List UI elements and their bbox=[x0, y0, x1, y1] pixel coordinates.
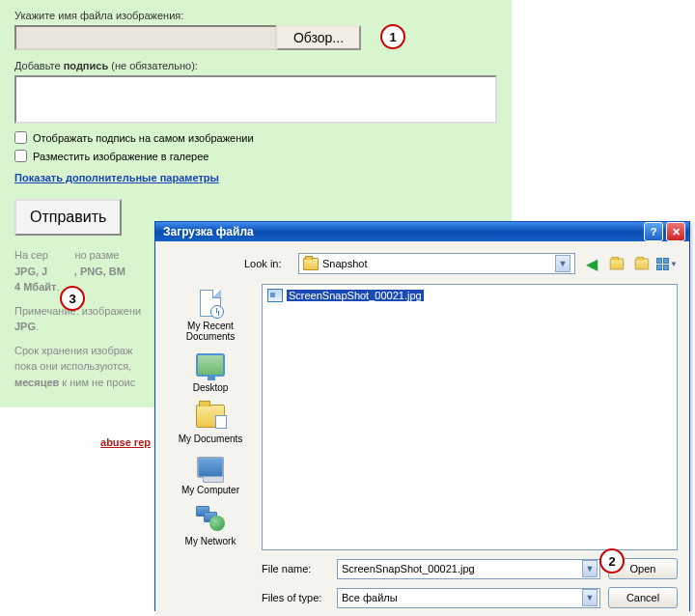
caption-label: Добавьте подпись (не обязательно): bbox=[14, 60, 497, 71]
place-mydocs[interactable]: My Documents bbox=[179, 401, 243, 444]
folder-icon bbox=[303, 258, 319, 270]
chevron-down-icon: ▼ bbox=[555, 255, 570, 272]
annotation-badge-2: 2 bbox=[599, 548, 625, 574]
chevron-down-icon: ▼ bbox=[582, 560, 598, 577]
checkbox-gallery-label: Разместить изображение в галерее bbox=[33, 151, 208, 162]
up-one-level-icon[interactable] bbox=[606, 253, 627, 274]
desktop-icon bbox=[196, 353, 225, 377]
caption-textarea[interactable] bbox=[14, 75, 497, 124]
clock-icon bbox=[210, 305, 224, 319]
places-bar: My Recent Documents Desktop My Documents… bbox=[167, 284, 254, 550]
place-network[interactable]: My Network bbox=[185, 503, 236, 546]
filename-combo[interactable]: ScreenSnapShot_00021.jpg ▼ bbox=[337, 559, 600, 579]
image-file-icon bbox=[267, 289, 283, 302]
place-recent[interactable]: My Recent Documents bbox=[186, 288, 236, 342]
filetype-combo[interactable]: Все файлы ▼ bbox=[337, 588, 600, 608]
back-icon[interactable]: ◀ bbox=[581, 253, 602, 274]
annotation-badge-1: 1 bbox=[380, 24, 405, 49]
file-field-label: Укажите имя файла изображения: bbox=[14, 10, 497, 21]
document-icon bbox=[200, 290, 221, 317]
browse-button[interactable]: Обзор... bbox=[276, 25, 361, 50]
help-button[interactable]: ? bbox=[644, 222, 663, 241]
file-list[interactable]: ScreenSnapShot_00021.jpg bbox=[262, 284, 678, 550]
network-icon bbox=[196, 506, 225, 531]
checkbox-on-image-label: Отображать подпись на самом изображении bbox=[33, 132, 254, 144]
filetype-label: Files of type: bbox=[262, 592, 329, 603]
file-item[interactable]: ScreenSnapShot_00021.jpg bbox=[265, 288, 674, 303]
lookin-value: Snapshot bbox=[322, 258, 551, 269]
cancel-button[interactable]: Cancel bbox=[608, 587, 678, 608]
annotation-badge-3: 3 bbox=[60, 286, 85, 311]
chevron-down-icon: ▼ bbox=[582, 589, 598, 606]
dialog-titlebar[interactable]: Загрузка файла ? ✕ bbox=[155, 222, 689, 241]
checkbox-on-image[interactable] bbox=[14, 131, 27, 144]
folder-icon bbox=[196, 405, 225, 428]
views-icon[interactable]: ▼ bbox=[656, 253, 678, 274]
place-desktop[interactable]: Desktop bbox=[193, 350, 229, 393]
submit-button[interactable]: Отправить bbox=[14, 199, 122, 236]
close-button[interactable]: ✕ bbox=[666, 222, 685, 241]
show-params-link[interactable]: Показать дополнительные параметры bbox=[14, 172, 497, 183]
place-mycomputer[interactable]: My Computer bbox=[181, 452, 239, 495]
computer-icon bbox=[197, 457, 224, 478]
lookin-dropdown[interactable]: Snapshot ▼ bbox=[298, 253, 575, 274]
dialog-title: Загрузка файла bbox=[163, 225, 641, 238]
new-folder-icon[interactable] bbox=[631, 253, 653, 274]
filename-label: File name: bbox=[262, 563, 329, 574]
file-path-input[interactable] bbox=[14, 25, 277, 50]
checkbox-gallery[interactable] bbox=[14, 150, 27, 162]
lookin-label: Look in: bbox=[244, 258, 292, 269]
